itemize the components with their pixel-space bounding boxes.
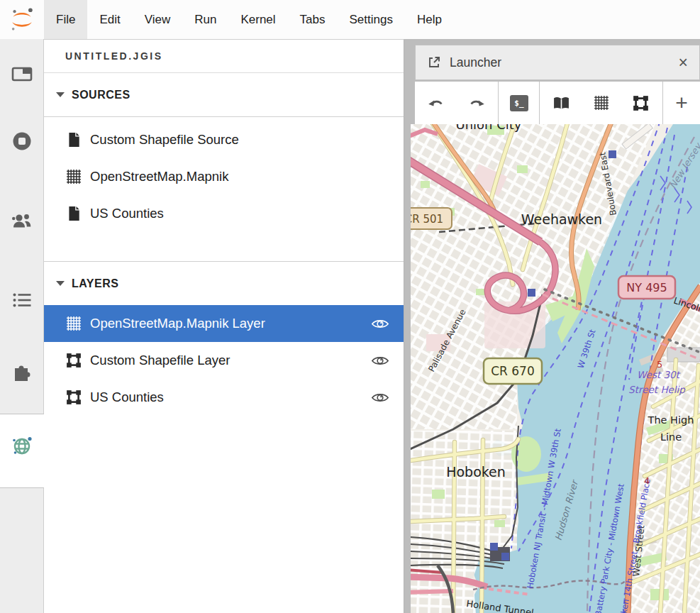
map-canvas[interactable]: CR 501 CR 670 NY 495 Union City Weehawke… (411, 124, 700, 613)
source-label: US Counties (90, 206, 164, 221)
jupytergis-globe-icon[interactable] (11, 434, 33, 457)
undo-redo-group (415, 82, 499, 124)
add-layer-group (540, 82, 663, 124)
menu-run[interactable]: Run (182, 0, 228, 39)
terminal-icon: $_ (510, 95, 528, 111)
source-label: Custom Shapefile Source (90, 132, 239, 148)
menu-kernel[interactable]: Kernel (228, 0, 287, 39)
label-high-line-1: The High (648, 414, 694, 426)
new-group: + (663, 82, 700, 124)
svg-text:CR 670: CR 670 (491, 364, 535, 378)
console-terminal-button[interactable]: $_ (501, 84, 538, 121)
label-heliport-2: Street Helip (628, 384, 686, 395)
menu-bar: File Edit View Run Kernel Tabs Settings … (0, 0, 700, 39)
activity-sidebar (0, 39, 44, 613)
layer-label: US Counties (90, 390, 164, 405)
jupyter-logo (0, 0, 44, 39)
raster-grid-icon (66, 316, 82, 331)
layer-label: Custom Shapefile Layer (90, 353, 230, 368)
redo-button[interactable] (458, 84, 495, 121)
console-group: $_ (499, 82, 540, 124)
layers-list: OpenStreetMap.Mapnik Layer Custom Shapef… (44, 305, 404, 416)
notebook-book-button[interactable] (543, 84, 580, 121)
source-item-us-counties[interactable]: US Counties (44, 195, 404, 232)
launcher-icon (427, 55, 441, 70)
svg-text:NY 495: NY 495 (626, 281, 667, 294)
main-dock: Launcher × $_ (405, 39, 700, 613)
svg-text:CR 501: CR 501 (411, 213, 443, 226)
add-vector-polygon-button[interactable] (623, 84, 660, 121)
label-route-4: 4 (644, 475, 650, 486)
add-raster-grid-button[interactable] (583, 84, 620, 121)
label-union-city: Union City (455, 124, 521, 132)
polygon-icon (633, 95, 649, 111)
vector-polygon-icon (66, 390, 82, 405)
collapse-caret-icon (56, 281, 65, 286)
layer-row-openstreetmap[interactable]: OpenStreetMap.Mapnik Layer (44, 305, 404, 342)
menu-help[interactable]: Help (405, 0, 454, 39)
visibility-eye-icon[interactable] (371, 318, 389, 330)
label-exit-5: 5 (657, 359, 662, 370)
collaboration-users-icon[interactable] (11, 210, 33, 233)
menu-settings[interactable]: Settings (338, 0, 405, 39)
layers-section-label: LAYERS (72, 277, 118, 290)
source-label: OpenStreetMap.Mapnik (90, 169, 228, 184)
source-item-custom-shapefile[interactable]: Custom Shapefile Source (44, 121, 404, 158)
launcher-tab[interactable]: Launcher × (415, 45, 700, 80)
close-tab-icon[interactable]: × (679, 55, 688, 71)
menu-items: File Edit View Run Kernel Tabs Settings … (44, 0, 454, 39)
book-icon (552, 96, 570, 111)
label-hoboken: Hoboken (446, 464, 506, 480)
tab-title: Launcher (450, 55, 501, 70)
jgis-panel: UNTITLED.JGIS SOURCES Custom Shapefile S… (44, 39, 404, 613)
menu-tabs[interactable]: Tabs (288, 0, 338, 39)
extension-manager-icon[interactable] (11, 360, 33, 382)
file-browser-icon[interactable] (11, 62, 33, 85)
layer-label: OpenStreetMap.Mapnik Layer (90, 316, 265, 331)
collapse-caret-icon (56, 92, 65, 97)
raster-grid-icon (66, 169, 82, 184)
running-kernels-icon[interactable] (11, 130, 33, 153)
add-button[interactable]: + (663, 84, 700, 121)
file-icon (66, 206, 82, 221)
document-title: UNTITLED.JGIS (44, 40, 404, 73)
label-high-line-2: Line (660, 431, 682, 443)
layers-section-header[interactable]: LAYERS (44, 261, 404, 305)
menu-view[interactable]: View (133, 0, 183, 39)
visibility-eye-icon[interactable] (371, 392, 389, 404)
grid-icon (594, 95, 609, 111)
menu-file[interactable]: File (44, 0, 87, 39)
undo-button[interactable] (418, 84, 455, 121)
file-icon (66, 132, 82, 148)
layer-row-us-counties[interactable]: US Counties (44, 379, 404, 416)
source-item-openstreetmap[interactable]: OpenStreetMap.Mapnik (44, 158, 404, 195)
visibility-eye-icon[interactable] (371, 355, 389, 367)
sources-section-label: SOURCES (72, 89, 130, 101)
table-of-contents-icon[interactable] (11, 289, 33, 311)
map-toolbar: $_ + (415, 82, 700, 124)
vector-polygon-icon (66, 353, 82, 368)
sources-list: Custom Shapefile Source OpenStreetMap.Ma… (44, 117, 404, 232)
menu-edit[interactable]: Edit (87, 0, 132, 39)
plus-icon: + (675, 91, 688, 115)
layer-row-custom-shapefile[interactable]: Custom Shapefile Layer (44, 342, 404, 379)
label-weehawken: Weehawken (521, 211, 602, 227)
label-heliport-1: West 30t (637, 369, 681, 380)
sources-section-header[interactable]: SOURCES (44, 73, 404, 117)
